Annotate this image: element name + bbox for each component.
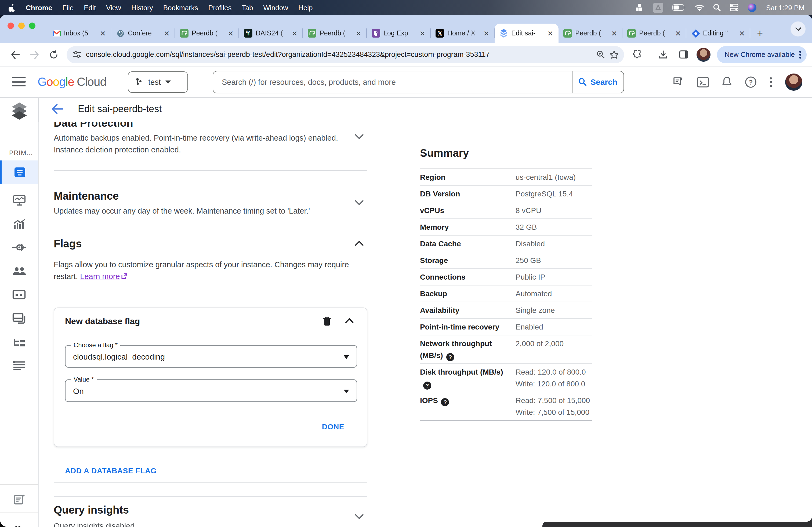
sidebar-item-connections[interactable]	[0, 236, 38, 259]
tab-strip: Inbox (5 ✕ Confere ✕ Peerdb ( ✕ DAIS DAI…	[0, 15, 812, 43]
menu-help[interactable]: Help	[298, 3, 313, 12]
tab-close-icon[interactable]: ✕	[227, 29, 235, 38]
download-icon[interactable]	[656, 47, 671, 62]
update-chrome-button[interactable]: New Chrome available	[717, 46, 807, 63]
doc-sparkle-icon	[13, 493, 26, 506]
delete-flag-icon[interactable]	[323, 316, 331, 326]
cloud-search-button[interactable]: Search	[572, 71, 624, 93]
account-avatar[interactable]	[785, 73, 802, 90]
tab-conference[interactable]: Confere ✕	[111, 24, 175, 43]
tab-log-explorer[interactable]: Log Exp ✕	[367, 24, 431, 43]
extensions-icon[interactable]	[629, 47, 644, 62]
sidebar-item-users[interactable]	[0, 259, 38, 283]
tab-close-icon[interactable]: ✕	[354, 29, 362, 38]
sidebar-item-operations[interactable]	[0, 353, 38, 377]
help-icon[interactable]: ?	[423, 381, 431, 389]
project-selector[interactable]: test	[128, 71, 188, 93]
release-notes-icon[interactable]	[672, 76, 684, 88]
sidebar-item-overview[interactable]	[0, 161, 38, 184]
close-window-button[interactable]	[8, 22, 14, 29]
menu-window[interactable]: Window	[263, 3, 288, 12]
choose-flag-select[interactable]: Choose a flag * cloudsql.logical_decodin…	[65, 345, 357, 367]
sidebar-item-replicas[interactable]	[0, 330, 38, 353]
menu-history[interactable]: History	[131, 3, 153, 12]
gmail-icon	[52, 29, 61, 37]
alfred-menu-icon[interactable]	[653, 2, 664, 13]
dais-icon: DAIS	[244, 29, 252, 37]
more-vert-icon[interactable]	[770, 76, 772, 87]
battery-icon[interactable]	[673, 4, 686, 11]
new-tab-button[interactable]: +	[752, 26, 767, 41]
control-center-icon[interactable]	[730, 4, 739, 11]
tab-peerdb-4[interactable]: Peerdb ( ✕	[622, 24, 686, 43]
zoom-page-icon[interactable]	[597, 50, 605, 59]
collapse-flag-icon[interactable]	[345, 318, 354, 323]
menubar-app-name[interactable]: Chrome	[26, 3, 52, 12]
sidebar-item-backups[interactable]	[0, 306, 38, 330]
menubar-clock[interactable]: Sat 1:29 PM	[766, 3, 804, 12]
help-icon[interactable]: ?	[446, 353, 454, 361]
tab-close-icon[interactable]: ✕	[99, 29, 107, 38]
tab-peerdb-1[interactable]: Peerdb ( ✕	[175, 24, 239, 43]
nav-menu-icon[interactable]	[12, 77, 26, 87]
address-bar[interactable]: console.cloud.google.com/sql/instances/s…	[67, 46, 624, 63]
back-icon[interactable]	[8, 47, 23, 62]
cloud-search-input[interactable]	[213, 71, 572, 93]
bookmark-star-icon[interactable]	[610, 50, 619, 59]
add-database-flag-button[interactable]: ADD A DATABASE FLAG	[54, 458, 367, 483]
site-settings-icon[interactable]	[73, 51, 81, 58]
tab-close-icon[interactable]: ✕	[163, 29, 171, 38]
url-text[interactable]: console.cloud.google.com/sql/instances/s…	[86, 50, 592, 59]
flag-value-select[interactable]: Value * On	[65, 379, 357, 402]
done-button[interactable]: DONE	[322, 422, 344, 431]
chevron-up-icon[interactable]	[354, 240, 364, 246]
tab-peerdb-2[interactable]: Peerdb ( ✕	[303, 24, 367, 43]
cloud-shell-icon[interactable]	[697, 76, 709, 87]
menu-bookmarks[interactable]: Bookmarks	[163, 3, 198, 12]
minimize-window-button[interactable]	[18, 22, 25, 29]
side-panel-icon[interactable]	[676, 47, 691, 62]
siri-icon[interactable]	[748, 3, 757, 12]
tab-peerdb-3[interactable]: Peerdb ( ✕	[559, 24, 622, 43]
tab-inbox[interactable]: Inbox (5 ✕	[47, 24, 111, 43]
chevron-down-icon[interactable]	[354, 514, 364, 520]
apple-icon[interactable]	[9, 3, 16, 12]
reload-icon[interactable]	[46, 47, 61, 62]
learn-more-link[interactable]: Learn more	[80, 272, 120, 281]
forward-icon[interactable]	[27, 47, 42, 62]
menu-tab[interactable]: Tab	[242, 3, 253, 12]
stats-menu-icon[interactable]	[636, 4, 644, 11]
sidebar-item-monitoring[interactable]	[0, 189, 38, 212]
help-icon[interactable]: ?	[441, 398, 449, 406]
notifications-bell-icon[interactable]	[722, 76, 732, 88]
sidebar-item-system-insights[interactable]	[0, 212, 38, 236]
browser-profile-avatar[interactable]	[697, 47, 710, 61]
tab-close-icon[interactable]: ✕	[674, 29, 682, 38]
menu-file[interactable]: File	[62, 3, 74, 12]
wifi-icon[interactable]	[695, 4, 704, 11]
menu-profiles[interactable]: Profiles	[208, 3, 232, 12]
google-cloud-logo[interactable]: GoogleCloud	[38, 75, 106, 89]
tab-x-home[interactable]: 𝕏 Home / X ✕	[431, 24, 495, 43]
chevron-down-icon[interactable]	[354, 134, 364, 139]
spotlight-icon[interactable]	[713, 4, 721, 11]
sidebar-item-databases[interactable]	[0, 283, 38, 306]
tab-close-icon[interactable]: ✕	[418, 29, 426, 38]
sidebar-item-release-notes[interactable]	[0, 488, 38, 511]
tab-dais24[interactable]: DAIS DAIS24 ( ✕	[239, 24, 303, 43]
tab-close-icon[interactable]: ✕	[546, 29, 554, 38]
help-icon[interactable]: ?	[745, 76, 757, 88]
tab-edit-sai-active[interactable]: Edit sai- ✕	[495, 24, 559, 43]
tab-editing[interactable]: Editing " ✕	[686, 24, 750, 43]
menu-edit[interactable]: Edit	[84, 3, 96, 12]
tab-close-icon[interactable]: ✕	[738, 29, 746, 38]
back-arrow-icon[interactable]	[52, 104, 63, 114]
tab-close-icon[interactable]: ✕	[482, 29, 490, 38]
toolbar-divider	[650, 49, 650, 60]
tab-search-button[interactable]	[791, 21, 806, 36]
tab-close-icon[interactable]: ✕	[610, 29, 618, 38]
maximize-window-button[interactable]	[29, 22, 35, 29]
menu-view[interactable]: View	[106, 3, 121, 12]
tab-close-icon[interactable]: ✕	[291, 29, 299, 38]
chevron-down-icon[interactable]	[354, 200, 364, 206]
